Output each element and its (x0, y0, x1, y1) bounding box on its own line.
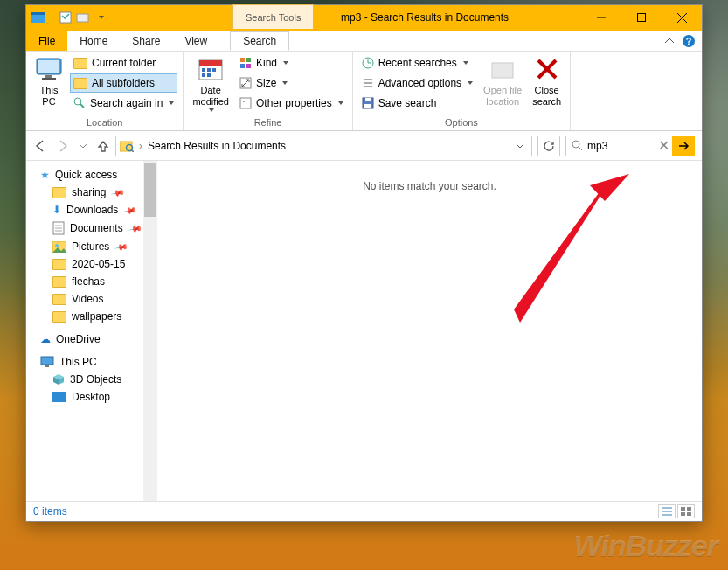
group-options: Recent searches Advanced options Save se… (353, 52, 571, 130)
qat-properties-icon[interactable] (59, 10, 73, 24)
tab-share[interactable]: Share (120, 31, 172, 51)
recent-locations-button[interactable] (79, 142, 87, 150)
folder-icon (52, 276, 66, 288)
date-modified-button[interactable]: Date modified (189, 53, 232, 114)
scrollbar-thumb[interactable] (144, 163, 156, 217)
minimize-button[interactable] (581, 5, 621, 30)
qat-newfolder-icon[interactable] (76, 10, 90, 24)
other-properties-button[interactable]: Other properties (236, 94, 347, 113)
svg-rect-11 (38, 60, 59, 73)
details-view-button[interactable] (658, 504, 676, 518)
search-icon (566, 140, 587, 151)
up-button[interactable] (96, 139, 110, 153)
svg-marker-54 (590, 174, 629, 201)
folder-icon (52, 311, 66, 323)
refresh-button[interactable] (537, 136, 560, 156)
tree-sharing[interactable]: sharing📌 (26, 184, 157, 201)
tab-search[interactable]: Search (230, 31, 289, 51)
kind-icon (239, 57, 252, 69)
breadcrumb-text[interactable]: Search Results in Documents (148, 140, 286, 152)
monitor-icon (35, 55, 63, 83)
address-dropdown-button[interactable] (512, 142, 528, 150)
close-search-button[interactable]: Close search (529, 53, 565, 108)
clear-search-button[interactable]: ✕ (655, 137, 672, 154)
svg-rect-1 (31, 12, 45, 15)
star-icon: ★ (40, 169, 50, 181)
qat-customize-icon[interactable] (94, 10, 107, 24)
clock-icon (362, 57, 374, 69)
tree-downloads[interactable]: ⬇Downloads📌 (26, 201, 157, 219)
this-pc-button[interactable]: This PC (31, 53, 66, 108)
tree-onedrive[interactable]: ☁OneDrive (26, 330, 157, 348)
search-go-button[interactable] (672, 136, 695, 156)
save-search-button[interactable]: Save search (358, 94, 476, 113)
tree-wallpapers[interactable]: wallpapers (26, 308, 157, 325)
body: ★Quick access sharing📌 ⬇Downloads📌 Docum… (26, 161, 702, 501)
tree-this-pc[interactable]: This PC (26, 353, 157, 371)
folder-icon (52, 259, 66, 270)
svg-rect-35 (364, 104, 371, 108)
tab-home[interactable]: Home (67, 31, 120, 51)
recent-searches-button[interactable]: Recent searches (358, 53, 476, 73)
svg-rect-12 (45, 75, 52, 78)
group-label: Refine (189, 115, 346, 130)
navigation-pane[interactable]: ★Quick access sharing📌 ⬇Downloads📌 Docum… (26, 161, 157, 501)
svg-rect-51 (41, 357, 53, 365)
back-button[interactable] (33, 139, 47, 153)
nav-scrollbar[interactable] (143, 161, 157, 501)
size-button[interactable]: Size (236, 73, 347, 93)
maximize-button[interactable] (621, 5, 662, 30)
tree-videos[interactable]: Videos (26, 290, 157, 308)
pin-icon: 📌 (123, 203, 137, 217)
group-label: Options (358, 115, 565, 130)
kind-button[interactable]: Kind (236, 53, 347, 73)
app-icon (31, 10, 45, 24)
tree-flechas[interactable]: flechas (26, 273, 157, 290)
empty-message: No items match your search. (363, 180, 496, 192)
close-x-icon (533, 55, 561, 83)
large-icons-view-button[interactable] (677, 504, 695, 518)
pin-icon: 📌 (128, 221, 142, 235)
chevron-right-icon[interactable]: › (139, 140, 142, 152)
search-again-button[interactable]: Search again in (70, 94, 177, 113)
tree-2020[interactable]: 2020-05-15 (26, 255, 157, 273)
address-bar[interactable]: › Search Results in Documents (115, 136, 532, 156)
help-icon[interactable]: ? (683, 35, 695, 47)
cloud-icon: ☁ (40, 333, 51, 345)
tab-view[interactable]: View (172, 31, 219, 51)
content-area[interactable]: No items match your search. (157, 161, 702, 501)
tree-pictures[interactable]: Pictures📌 (26, 238, 157, 255)
svg-rect-62 (687, 512, 691, 516)
explorer-window: Search Tools mp3 - Search Results in Doc… (25, 4, 703, 522)
tree-quick-access[interactable]: ★Quick access (26, 166, 157, 184)
svg-rect-52 (45, 365, 49, 367)
close-button[interactable] (662, 5, 702, 30)
calendar-icon (197, 55, 225, 83)
current-folder-button[interactable]: Current folder (70, 53, 177, 73)
title-bar[interactable]: Search Tools mp3 - Search Results in Doc… (26, 5, 702, 30)
document-icon (52, 221, 65, 235)
all-subfolders-button[interactable]: All subfolders (70, 73, 177, 93)
tree-3d-objects[interactable]: 3D Objects (26, 371, 157, 388)
search-box[interactable]: ✕ (565, 136, 695, 156)
svg-point-43 (572, 141, 579, 148)
tag-icon (239, 97, 252, 109)
svg-rect-23 (240, 58, 245, 62)
svg-rect-37 (492, 63, 513, 78)
search-input[interactable] (587, 140, 655, 152)
save-icon (362, 97, 374, 109)
svg-point-50 (55, 244, 59, 247)
svg-rect-21 (202, 73, 205, 77)
watermark: WinBuzzer (574, 529, 718, 563)
ribbon: This PC Current folder All subfolders Se… (26, 51, 702, 131)
tree-desktop[interactable]: Desktop (26, 388, 157, 406)
ribbon-collapse-icon[interactable] (665, 37, 674, 45)
tree-documents[interactable]: Documents📌 (26, 219, 157, 238)
search-tools-context-tab[interactable]: Search Tools (232, 4, 314, 29)
svg-point-14 (74, 98, 81, 105)
svg-rect-61 (681, 512, 685, 516)
group-location: This PC Current folder All subfolders Se… (26, 52, 184, 130)
svg-line-42 (132, 149, 135, 152)
tab-file[interactable]: File (26, 31, 67, 51)
advanced-options-button[interactable]: Advanced options (358, 73, 476, 93)
